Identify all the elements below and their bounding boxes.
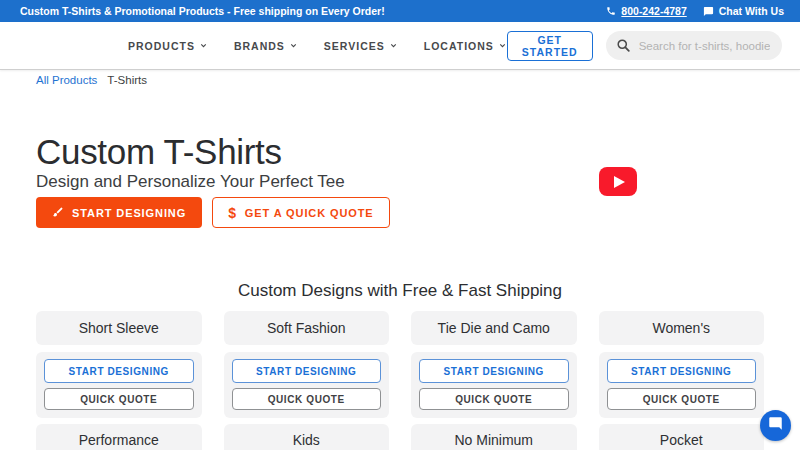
card-start-designing-button[interactable]: START DESIGNING (232, 359, 382, 383)
breadcrumb-all-products[interactable]: All Products (36, 74, 97, 86)
chevron-down-icon (498, 40, 507, 52)
card-kids[interactable]: Kids (224, 424, 390, 450)
dollar-icon: $ (228, 205, 237, 221)
brush-icon (52, 206, 64, 220)
card-quick-quote-button[interactable]: QUICK QUOTE (44, 388, 194, 410)
chat-bubble-icon (768, 416, 783, 435)
card-title-soft-fashion[interactable]: Soft Fashion (224, 311, 390, 345)
chevron-down-icon (389, 40, 398, 52)
category-cards-row1: Short Sleeve START DESIGNING QUICK QUOTE… (36, 311, 764, 418)
nav-locations-label: LOCATIONS (424, 40, 494, 52)
card-actions: START DESIGNING QUICK QUOTE (36, 352, 202, 418)
nav-item-locations[interactable]: LOCATIONS (424, 40, 507, 52)
card-title-tie-die-camo[interactable]: Tie Die and Camo (411, 311, 577, 345)
card-no-minimum[interactable]: No Minimum (411, 424, 577, 450)
search-bar (606, 31, 782, 60)
start-designing-label: START DESIGNING (72, 207, 186, 219)
chevron-down-icon (289, 40, 298, 52)
play-icon (614, 176, 625, 188)
breadcrumb: All Products T-Shirts (36, 74, 147, 86)
start-designing-button[interactable]: START DESIGNING (36, 197, 202, 228)
phone-icon (606, 6, 616, 16)
card-soft-fashion: Soft Fashion START DESIGNING QUICK QUOTE (224, 311, 390, 418)
card-performance[interactable]: Performance (36, 424, 202, 450)
card-start-designing-button[interactable]: START DESIGNING (419, 359, 569, 383)
breadcrumb-current: T-Shirts (107, 74, 147, 86)
phone-number: 800-242-4787 (621, 5, 686, 17)
page: Custom T-Shirts & Promotional Products -… (0, 0, 800, 450)
nav-item-brands[interactable]: BRANDS (234, 40, 298, 52)
topbar-right: 800-242-4787 Chat With Us (606, 5, 784, 17)
card-pocket[interactable]: Pocket (599, 424, 765, 450)
chevron-down-icon (199, 40, 208, 52)
quick-quote-button[interactable]: $ GET A QUICK QUOTE (212, 197, 389, 228)
category-cards-row2: Performance Kids No Minimum Pocket (36, 424, 764, 450)
card-actions: START DESIGNING QUICK QUOTE (411, 352, 577, 418)
card-actions: START DESIGNING QUICK QUOTE (599, 352, 765, 418)
nav-right: GET STARTED 0 LOG IN (507, 31, 800, 61)
card-actions: START DESIGNING QUICK QUOTE (224, 352, 390, 418)
nav-brands-label: BRANDS (234, 40, 285, 52)
quick-quote-label: GET A QUICK QUOTE (245, 207, 374, 219)
card-womens: Women's START DESIGNING QUICK QUOTE (599, 311, 765, 418)
card-quick-quote-button[interactable]: QUICK QUOTE (607, 388, 757, 410)
card-quick-quote-button[interactable]: QUICK QUOTE (232, 388, 382, 410)
video-play-button[interactable] (599, 167, 637, 196)
search-input[interactable] (606, 31, 782, 60)
get-started-button[interactable]: GET STARTED (507, 31, 593, 61)
search-icon (616, 38, 631, 57)
card-title-short-sleeve[interactable]: Short Sleeve (36, 311, 202, 345)
nav-item-products[interactable]: PRODUCTS (128, 40, 208, 52)
hero-buttons: START DESIGNING $ GET A QUICK QUOTE (36, 197, 390, 228)
card-start-designing-button[interactable]: START DESIGNING (44, 359, 194, 383)
main-navbar: PRODUCTS BRANDS SERVICES LOCATIONS GET S… (0, 22, 800, 70)
chat-fab-button[interactable] (760, 410, 791, 441)
card-short-sleeve: Short Sleeve START DESIGNING QUICK QUOTE (36, 311, 202, 418)
page-title: Custom T-Shirts (36, 132, 282, 172)
card-title-womens[interactable]: Women's (599, 311, 765, 345)
topbar: Custom T-Shirts & Promotional Products -… (0, 0, 800, 22)
nav-services-label: SERVICES (324, 40, 385, 52)
card-tie-die-camo: Tie Die and Camo START DESIGNING QUICK Q… (411, 311, 577, 418)
chat-icon (703, 6, 714, 17)
nav-products-label: PRODUCTS (128, 40, 195, 52)
nav-links: PRODUCTS BRANDS SERVICES LOCATIONS (128, 40, 507, 52)
nav-item-services[interactable]: SERVICES (324, 40, 398, 52)
section-heading: Custom Designs with Free & Fast Shipping (0, 281, 800, 301)
topbar-message: Custom T-Shirts & Promotional Products -… (20, 5, 385, 17)
phone-link[interactable]: 800-242-4787 (606, 5, 686, 17)
chat-with-us-link[interactable]: Chat With Us (703, 5, 784, 17)
card-start-designing-button[interactable]: START DESIGNING (607, 359, 757, 383)
chat-label: Chat With Us (719, 5, 784, 17)
card-quick-quote-button[interactable]: QUICK QUOTE (419, 388, 569, 410)
hero-subtitle: Design and Personalize Your Perfect Tee (36, 172, 345, 192)
